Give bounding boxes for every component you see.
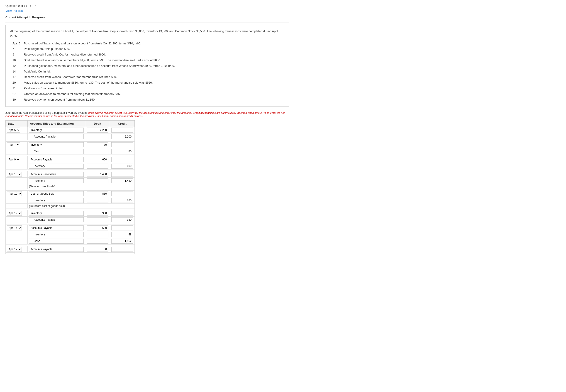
debit-input[interactable] <box>87 211 108 216</box>
credit-input[interactable] <box>111 225 133 230</box>
credit-input[interactable] <box>111 142 133 147</box>
credit-input[interactable] <box>111 134 133 139</box>
debit-input[interactable] <box>87 149 108 154</box>
debit-input[interactable] <box>87 225 108 230</box>
table-row <box>6 148 135 155</box>
account-input[interactable] <box>29 225 84 230</box>
list-item: 20Made sales on account to members $830,… <box>13 81 285 85</box>
table-row: Apr. 14 <box>6 225 135 231</box>
account-input[interactable] <box>29 172 84 177</box>
journal-table: Date Account Titles and Explanation Debi… <box>5 120 135 254</box>
instruction-prefix: Journalize the April transactions using … <box>5 111 87 114</box>
table-row: Apr. 10 <box>6 191 135 197</box>
header-account: Account Titles and Explanation <box>28 121 85 127</box>
credit-input[interactable] <box>111 217 133 222</box>
account-input[interactable] <box>29 247 84 252</box>
header-debit: Debit <box>85 121 110 127</box>
debit-input[interactable] <box>87 217 108 222</box>
account-input[interactable] <box>29 232 84 237</box>
debit-input[interactable] <box>87 164 108 168</box>
date-select[interactable]: Apr. 9 <box>7 157 20 162</box>
list-item: 17Received credit from Woods Sportswear … <box>13 75 285 80</box>
credit-input[interactable] <box>111 232 133 237</box>
debit-input[interactable] <box>87 134 108 139</box>
credit-input[interactable] <box>111 127 133 133</box>
date-select[interactable]: Apr. 10 <box>7 191 22 196</box>
prev-button[interactable]: ‹ <box>29 4 32 8</box>
debit-input[interactable] <box>87 157 108 162</box>
list-item: Apr. 5Purchased golf bags, clubs, and ba… <box>13 41 285 46</box>
next-button[interactable]: › <box>34 4 37 8</box>
account-input[interactable] <box>29 211 84 216</box>
date-select[interactable]: Apr. 5 <box>7 127 20 133</box>
debit-input[interactable] <box>87 127 108 133</box>
credit-input[interactable] <box>111 178 133 183</box>
debit-input[interactable] <box>87 172 108 177</box>
credit-input[interactable] <box>111 172 133 177</box>
list-item: 7Paid freight on Arnie purchase $80. <box>13 47 285 51</box>
date-select[interactable]: Apr. 14 <box>7 225 22 230</box>
account-input[interactable] <box>29 164 84 168</box>
date-select[interactable]: Apr. 7 <box>7 142 20 147</box>
account-input[interactable] <box>29 198 84 203</box>
table-row <box>6 238 135 244</box>
account-input[interactable] <box>29 238 84 244</box>
list-item: 27Granted an allowance to members for cl… <box>13 92 285 97</box>
account-input[interactable] <box>29 127 84 133</box>
credit-input[interactable] <box>111 198 133 203</box>
account-input[interactable] <box>29 217 84 222</box>
table-row: Apr. 17 <box>6 246 135 253</box>
table-row: Apr. 9 <box>6 156 135 163</box>
table-row <box>6 231 135 238</box>
table-row <box>6 178 135 184</box>
transactions-list: Apr. 5Purchased golf bags, clubs, and ba… <box>13 41 285 102</box>
problem-box: At the beginning of the current season o… <box>5 25 289 107</box>
current-attempt-label: Current Attempt in Progress <box>5 16 289 19</box>
credit-input[interactable] <box>111 191 133 196</box>
question-label: Question 9 of 11 <box>5 4 27 7</box>
debit-input[interactable] <box>87 232 108 237</box>
list-item: 10Sold merchandise on account to members… <box>13 58 285 63</box>
table-row: (To record credit sale) <box>6 184 135 189</box>
view-policies-link[interactable]: View Policies <box>5 9 23 13</box>
table-row: (To record cost of goods sold) <box>6 204 135 209</box>
date-select[interactable]: Apr. 10 <box>7 172 22 177</box>
account-input[interactable] <box>29 134 84 139</box>
debit-input[interactable] <box>87 238 108 244</box>
header-credit: Credit <box>110 121 135 127</box>
account-input[interactable] <box>29 149 84 154</box>
account-input[interactable] <box>29 157 84 162</box>
credit-input[interactable] <box>111 247 133 252</box>
debit-input[interactable] <box>87 178 108 183</box>
table-row <box>6 217 135 223</box>
table-row: Apr. 10 <box>6 171 135 178</box>
list-item: 12Purchased golf shoes, sweaters, and ot… <box>13 64 285 69</box>
table-row: Apr. 12 <box>6 210 135 217</box>
credit-input[interactable] <box>111 238 133 244</box>
table-row <box>6 197 135 204</box>
header-date: Date <box>6 121 28 127</box>
table-row: Apr. 5 <box>6 127 135 133</box>
credit-input[interactable] <box>111 149 133 154</box>
list-item: 21Paid Woods Sportswear in full. <box>13 86 285 91</box>
credit-input[interactable] <box>111 211 133 216</box>
instruction-text: Journalize the April transactions using … <box>5 111 289 118</box>
debit-input[interactable] <box>87 198 108 203</box>
account-input[interactable] <box>29 142 84 147</box>
list-item: 14Paid Arnie Co. in full. <box>13 69 285 74</box>
debit-input[interactable] <box>87 142 108 147</box>
credit-input[interactable] <box>111 157 133 162</box>
date-select[interactable]: Apr. 12 <box>7 211 22 216</box>
debit-input[interactable] <box>87 247 108 252</box>
credit-input[interactable] <box>111 164 133 168</box>
debit-input[interactable] <box>87 191 108 196</box>
account-input[interactable] <box>29 191 84 196</box>
date-select[interactable]: Apr. 17 <box>7 247 22 252</box>
list-item: 30Received payments on account from memb… <box>13 98 285 102</box>
table-row: Apr. 7 <box>6 142 135 148</box>
table-row <box>6 163 135 169</box>
problem-intro: At the beginning of the current season o… <box>10 29 285 39</box>
list-item: 9Received credit from Arnie Co. for merc… <box>13 52 285 57</box>
table-row <box>6 133 135 140</box>
account-input[interactable] <box>29 178 84 183</box>
